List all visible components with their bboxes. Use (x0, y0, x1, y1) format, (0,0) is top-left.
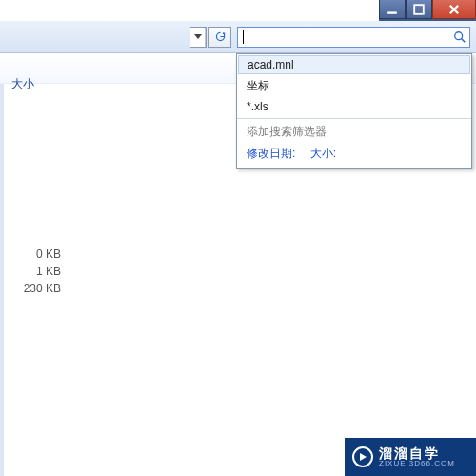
filter-date[interactable]: 修改日期: (247, 147, 295, 160)
file-size-column: 0 KB 1 KB 230 KB (13, 246, 61, 297)
minimize-button[interactable] (379, 0, 406, 19)
file-size: 0 KB (13, 246, 61, 263)
separator (237, 118, 471, 119)
search-box[interactable] (237, 27, 470, 48)
search-suggestions: acad.mnl 坐标 *.xls 添加搜索筛选器 修改日期: 大小: (236, 53, 472, 169)
text-cursor (243, 30, 244, 44)
search-input[interactable] (238, 28, 450, 47)
close-button[interactable] (432, 0, 476, 19)
suggestion-item[interactable]: acad.mnl (238, 55, 470, 74)
column-header-size[interactable]: 大小 (11, 76, 34, 92)
svg-rect-1 (414, 5, 424, 14)
svg-line-3 (462, 38, 466, 42)
file-size: 230 KB (13, 280, 61, 297)
svg-point-2 (455, 31, 463, 39)
address-bar-end[interactable] (190, 27, 207, 48)
refresh-button[interactable] (208, 27, 231, 48)
address-dropdown[interactable] (190, 28, 206, 47)
maximize-button[interactable] (406, 0, 432, 19)
watermark: 溜溜自学 ZIXUE.3D66.COM (345, 438, 476, 476)
filter-size[interactable]: 大小: (310, 147, 336, 160)
search-icon[interactable] (450, 30, 469, 44)
file-size: 1 KB (13, 263, 61, 280)
svg-rect-0 (387, 11, 397, 13)
watermark-title: 溜溜自学 (379, 446, 455, 460)
suggestion-item[interactable]: *.xls (237, 97, 471, 116)
play-icon (352, 446, 373, 467)
watermark-sub: ZIXUE.3D66.COM (379, 460, 455, 467)
filter-hint: 添加搜索筛选器 (237, 121, 471, 143)
suggestion-item[interactable]: 坐标 (237, 75, 471, 97)
